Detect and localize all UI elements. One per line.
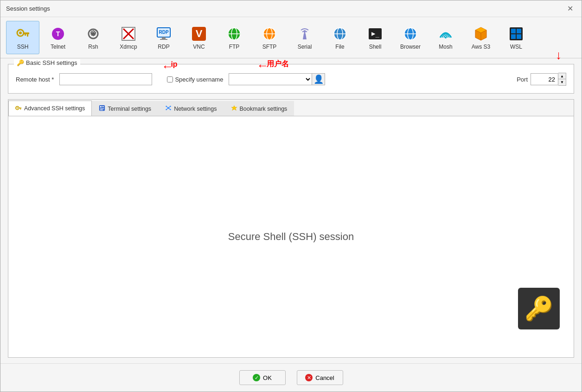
mosh-icon bbox=[438, 25, 453, 42]
protocol-item-vnc[interactable]: VVNC bbox=[182, 21, 216, 54]
terminal-tab-label: Terminal settings bbox=[108, 106, 151, 112]
tab-advanced[interactable]: Advanced SSH settings bbox=[8, 101, 92, 116]
username-combo: 👤 ← 用户名 bbox=[229, 73, 325, 85]
protocol-label-rdp: RDP bbox=[158, 44, 169, 50]
protocol-label-rsh: Rsh bbox=[88, 44, 98, 50]
rsh-icon: ⚙ bbox=[86, 25, 101, 42]
ok-button[interactable]: ✓ OK bbox=[239, 370, 286, 385]
tabs-section: Advanced SSH settingsTerminal settingsNe… bbox=[8, 99, 574, 358]
svg-line-68 bbox=[166, 108, 168, 110]
port-input[interactable] bbox=[531, 73, 558, 85]
svg-text:⚙: ⚙ bbox=[90, 29, 97, 38]
user-icon-button[interactable]: 👤 bbox=[312, 73, 325, 85]
close-button[interactable]: ✕ bbox=[564, 3, 576, 14]
protocol-item-wsl[interactable]: WSL bbox=[499, 21, 533, 54]
protocol-item-rdp[interactable]: RDPRDP bbox=[147, 21, 180, 54]
file-icon bbox=[333, 25, 347, 42]
title-bar: Session settings ✕ bbox=[0, 0, 582, 17]
protocol-label-awss3: Aws S3 bbox=[472, 44, 490, 50]
protocol-label-telnet: Telnet bbox=[51, 44, 65, 50]
ftp-icon bbox=[227, 25, 242, 42]
cancel-label: Cancel bbox=[315, 374, 334, 381]
protocol-item-rsh[interactable]: ⚙Rsh bbox=[77, 21, 110, 54]
svg-rect-49 bbox=[517, 29, 521, 33]
svg-rect-2 bbox=[23, 32, 29, 34]
svg-text:RDP: RDP bbox=[159, 30, 168, 35]
bookmark-tab-label: Bookmark settings bbox=[240, 106, 288, 112]
protocol-item-file[interactable]: File bbox=[323, 21, 357, 54]
cancel-button[interactable]: ✕ Cancel bbox=[297, 370, 343, 385]
svg-rect-48 bbox=[511, 29, 516, 33]
terminal-tab-icon bbox=[99, 105, 105, 113]
tab-network[interactable]: Network settings bbox=[158, 101, 224, 116]
svg-rect-60 bbox=[100, 110, 103, 110]
svg-point-29 bbox=[304, 30, 306, 32]
footer-bar: ✓ OK ✕ Cancel bbox=[0, 363, 582, 392]
tab-bookmark[interactable]: Bookmark settings bbox=[224, 101, 294, 116]
window-title: Session settings bbox=[6, 5, 50, 12]
protocol-item-ftp[interactable]: FTP bbox=[217, 21, 251, 54]
ssh-icon bbox=[15, 25, 30, 42]
svg-line-66 bbox=[166, 107, 168, 108]
svg-line-67 bbox=[168, 107, 170, 108]
ssh-session-text: Secure Shell (SSH) session bbox=[228, 231, 354, 243]
remote-host-input[interactable] bbox=[59, 73, 152, 85]
svg-text:T: T bbox=[56, 30, 60, 38]
protocol-item-browser[interactable]: Browser bbox=[394, 21, 427, 54]
basic-settings-row: Remote host * ← ip Specify username 👤 bbox=[16, 73, 566, 86]
port-increment[interactable]: ▲ bbox=[558, 73, 566, 79]
session-settings-window: Session settings ✕ SSHTTelnet⚙RshXdmcpRD… bbox=[0, 0, 582, 392]
protocol-label-serial: Serial bbox=[298, 44, 312, 50]
main-content: 🔑 Basic SSH settings Remote host * ← ip … bbox=[0, 58, 582, 363]
svg-marker-70 bbox=[231, 106, 237, 111]
specify-username-checkbox[interactable] bbox=[167, 76, 173, 82]
remote-host-label: Remote host * bbox=[16, 76, 54, 83]
port-input-wrap: ▲ ▼ bbox=[531, 73, 566, 86]
protocol-item-shell[interactable]: ▶_Shell bbox=[358, 21, 392, 54]
protocol-bar: SSHTTelnet⚙RshXdmcpRDPRDPVVNCFTPSFTPSeri… bbox=[0, 17, 582, 58]
protocol-item-xdmcp[interactable]: Xdmcp bbox=[112, 21, 145, 54]
protocol-label-sftp: SFTP bbox=[262, 44, 277, 50]
basic-ssh-settings-box: 🔑 Basic SSH settings Remote host * ← ip … bbox=[8, 64, 574, 94]
port-spinners: ▲ ▼ bbox=[558, 73, 566, 86]
xdmcp-icon bbox=[121, 25, 136, 42]
svg-marker-30 bbox=[303, 34, 307, 39]
browser-icon bbox=[403, 25, 418, 42]
serial-icon bbox=[297, 25, 312, 42]
ok-label: OK bbox=[263, 374, 272, 381]
username-annotation-text: 用户名 bbox=[267, 59, 289, 69]
svg-rect-3 bbox=[27, 34, 28, 37]
arrow-username-annotation: ← bbox=[256, 58, 269, 73]
svg-text:V: V bbox=[196, 28, 203, 39]
svg-rect-15 bbox=[162, 37, 166, 39]
network-tab-label: Network settings bbox=[174, 106, 217, 112]
protocol-item-ssh[interactable]: SSH bbox=[6, 21, 39, 54]
protocol-item-sftp[interactable]: SFTP bbox=[253, 21, 286, 54]
svg-point-1 bbox=[19, 32, 22, 34]
username-select[interactable] bbox=[229, 73, 312, 85]
port-decrement[interactable]: ▼ bbox=[558, 79, 566, 85]
svg-rect-4 bbox=[25, 34, 26, 36]
advanced-tab-icon bbox=[15, 105, 22, 113]
svg-point-41 bbox=[445, 37, 447, 38]
protocol-item-serial[interactable]: Serial bbox=[288, 21, 321, 54]
protocol-label-shell: Shell bbox=[369, 44, 382, 50]
bookmark-tab-icon bbox=[231, 105, 237, 113]
advanced-tab-label: Advanced SSH settings bbox=[24, 105, 85, 112]
specify-username-label[interactable]: Specify username bbox=[167, 76, 223, 83]
svg-point-57 bbox=[100, 106, 102, 108]
svg-rect-51 bbox=[517, 34, 521, 39]
tab-content: Secure Shell (SSH) session 🔑 bbox=[8, 116, 574, 357]
vnc-icon: V bbox=[192, 25, 206, 42]
rdp-icon: RDP bbox=[156, 25, 171, 42]
svg-point-53 bbox=[17, 107, 18, 108]
key-icon-small: 🔑 bbox=[17, 59, 24, 66]
port-section: ↑ Port ▲ ▼ bbox=[517, 73, 566, 86]
ssh-key-icon-large: 🔑 bbox=[518, 288, 560, 329]
svg-rect-50 bbox=[511, 34, 516, 39]
protocol-item-telnet[interactable]: TTelnet bbox=[41, 21, 75, 54]
protocol-item-mosh[interactable]: Mosh bbox=[429, 21, 462, 54]
tab-terminal[interactable]: Terminal settings bbox=[92, 101, 158, 116]
arrow-ip-annotation: ← bbox=[161, 59, 173, 74]
protocol-item-awss3[interactable]: Aws S3 bbox=[464, 21, 498, 54]
